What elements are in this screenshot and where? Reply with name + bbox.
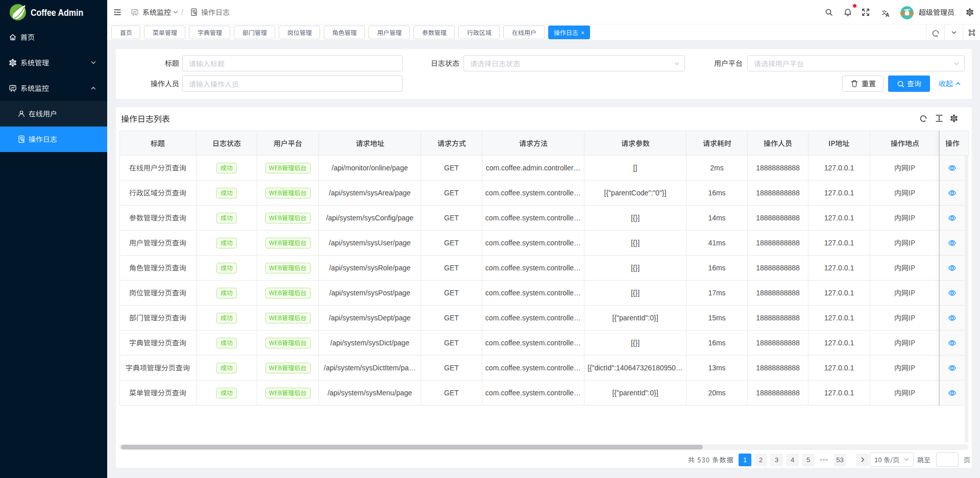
svg-text:A: A xyxy=(886,12,889,18)
